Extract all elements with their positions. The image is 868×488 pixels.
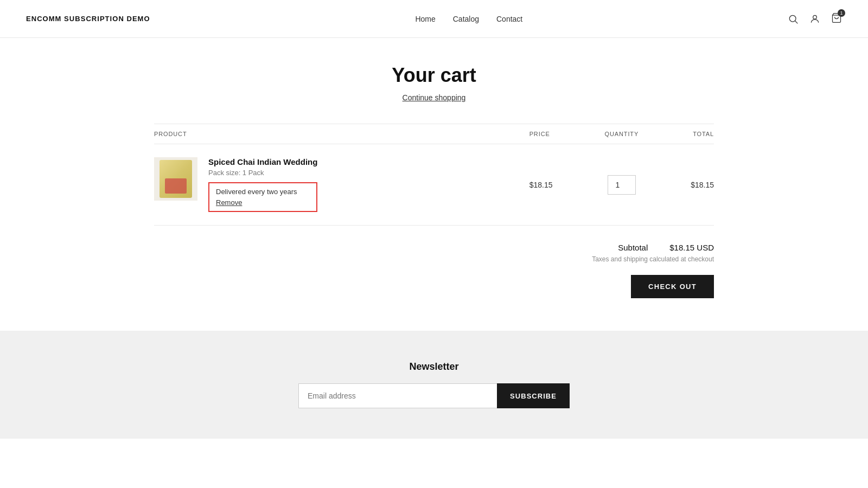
main-nav: Home Catalog Contact <box>415 15 522 23</box>
product-cell: Spiced Chai Indian Wedding Pack size: 1 … <box>154 157 529 212</box>
col-product: PRODUCT <box>154 124 529 144</box>
svg-line-1 <box>795 21 798 23</box>
product-image <box>154 157 197 201</box>
product-variant: Pack size: 1 Pack <box>208 169 317 177</box>
header-icons: 1 <box>788 12 842 25</box>
taxes-note: Taxes and shipping calculated at checkou… <box>592 255 714 263</box>
svg-point-0 <box>789 15 796 22</box>
subscription-delivery: Delivered every two years <box>216 188 310 196</box>
quantity-input[interactable] <box>608 175 636 195</box>
user-icon[interactable] <box>809 14 820 24</box>
product-name: Spiced Chai Indian Wedding <box>208 157 317 166</box>
nav-contact[interactable]: Contact <box>496 15 522 23</box>
logo: ENCOMM SUBSCRIPTION DEMO <box>26 15 150 23</box>
cart-count-badge: 1 <box>838 9 845 17</box>
product-info: Spiced Chai Indian Wedding Pack size: 1 … <box>208 157 317 212</box>
newsletter-form: SUBSCRIBE <box>298 383 570 408</box>
email-input[interactable] <box>298 383 497 408</box>
product-td: Spiced Chai Indian Wedding Pack size: 1 … <box>154 144 529 226</box>
cart-table: PRODUCT PRICE QUANTITY TOTAL Spiced Chai… <box>154 124 714 226</box>
total-td: $18.15 <box>661 144 714 226</box>
subtotal-label: Subtotal <box>618 243 648 252</box>
nav-home[interactable]: Home <box>415 15 435 23</box>
price-td: $18.15 <box>529 144 583 226</box>
newsletter-title: Newsletter <box>13 361 855 373</box>
col-total: TOTAL <box>661 124 714 144</box>
table-row: Spiced Chai Indian Wedding Pack size: 1 … <box>154 144 714 226</box>
main-content: Your cart Continue shopping PRODUCT PRIC… <box>141 38 727 331</box>
continue-shopping-wrap: Continue shopping <box>154 93 714 102</box>
cart-title: Your cart <box>154 64 714 87</box>
checkout-button[interactable]: CHECK OUT <box>631 275 714 298</box>
continue-shopping-link[interactable]: Continue shopping <box>403 93 466 102</box>
cart-icon-wrap[interactable]: 1 <box>831 12 842 25</box>
quantity-td <box>583 144 661 226</box>
nav-catalog[interactable]: Catalog <box>453 15 479 23</box>
site-header: ENCOMM SUBSCRIPTION DEMO Home Catalog Co… <box>0 0 868 38</box>
cart-footer: Subtotal $18.15 USD Taxes and shipping c… <box>154 243 714 298</box>
product-image-inner <box>159 160 192 198</box>
remove-button[interactable]: Remove <box>216 198 242 207</box>
subtotal-row: Subtotal $18.15 USD <box>618 243 714 252</box>
subscription-box: Delivered every two years Remove <box>208 182 317 212</box>
col-quantity: QUANTITY <box>583 124 661 144</box>
subtotal-value: $18.15 USD <box>669 243 714 252</box>
footer-newsletter: Newsletter SUBSCRIBE <box>0 331 868 439</box>
subscribe-button[interactable]: SUBSCRIBE <box>497 383 570 408</box>
svg-point-2 <box>813 15 817 19</box>
cart-table-header: PRODUCT PRICE QUANTITY TOTAL <box>154 124 714 144</box>
col-price: PRICE <box>529 124 583 144</box>
search-icon[interactable] <box>788 14 799 24</box>
